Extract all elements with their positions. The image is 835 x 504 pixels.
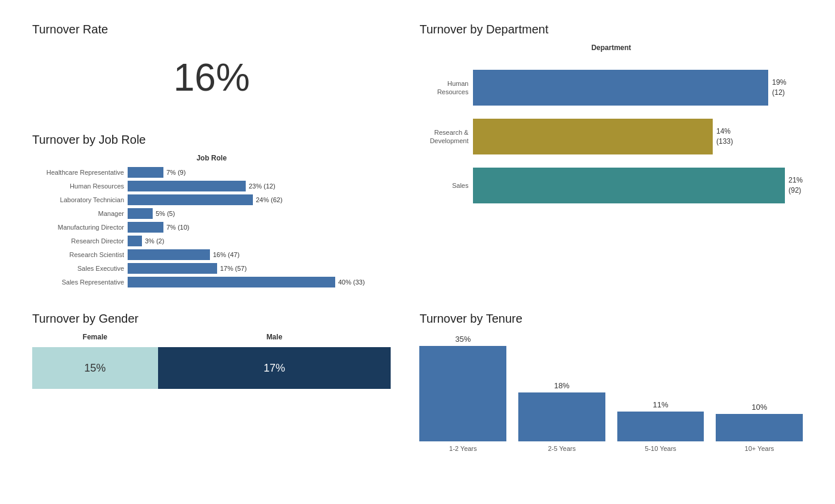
bar-fill xyxy=(128,208,153,219)
bar-fill xyxy=(128,194,253,205)
tenure-bar-pct: 18% xyxy=(554,381,570,390)
bar-fill xyxy=(128,167,163,178)
bar-value-label: 23% (12) xyxy=(249,183,276,190)
bar-container: 24% (62) xyxy=(128,194,391,205)
tenure-bar-xlabel: 10+ Years xyxy=(745,445,774,452)
table-row: Research Scientist16% (47) xyxy=(32,249,391,260)
bar-label: Laboratory Technician xyxy=(32,196,128,203)
dept-bar-value: 19%(12) xyxy=(772,78,786,98)
male-segment: 17% xyxy=(158,347,391,389)
bar-label: Manager xyxy=(32,210,128,217)
tenure-bar-group: 18%2-5 Years xyxy=(518,381,605,452)
bar-container: 16% (47) xyxy=(128,249,391,260)
table-row: HumanResources19%(12) xyxy=(419,70,803,106)
gender-chart: FemaleMale15%17% xyxy=(32,333,391,389)
gender-title: Turnover by Gender xyxy=(32,312,391,326)
male-label: Male xyxy=(158,333,391,341)
table-row: Healthcare Representative7% (9) xyxy=(32,167,391,178)
tenure-bar-pct: 35% xyxy=(455,335,471,344)
bar-label: Sales Executive xyxy=(32,265,128,272)
bar-value-label: 24% (62) xyxy=(256,196,283,203)
table-row: Manufacturing Director7% (10) xyxy=(32,222,391,233)
gender-bar-chart: 15%17% xyxy=(32,347,391,389)
bar-fill xyxy=(128,263,217,274)
dept-bar-label: HumanResources xyxy=(419,79,473,97)
female-label: Female xyxy=(32,333,158,341)
table-row: Sales Executive17% (57) xyxy=(32,263,391,274)
table-row: Manager5% (5) xyxy=(32,208,391,219)
department-panel: Turnover by Department Department HumanR… xyxy=(405,12,817,301)
tenure-bar-fill xyxy=(518,392,605,441)
female-segment: 15% xyxy=(32,347,158,389)
tenure-bar-xlabel: 1-2 Years xyxy=(449,445,477,452)
tenure-bar-pct: 11% xyxy=(653,400,669,409)
dept-bar-value: 21%(92) xyxy=(788,175,803,196)
bar-container: 17% (57) xyxy=(128,263,391,274)
table-row: Sales Representative40% (33) xyxy=(32,277,391,287)
tenure-bar-pct: 10% xyxy=(752,403,767,412)
tenure-bar-group: 11%5-10 Years xyxy=(617,400,704,452)
bar-label: Human Resources xyxy=(32,183,128,190)
bar-fill xyxy=(128,236,142,246)
department-title: Turnover by Department xyxy=(419,23,803,36)
dept-bar-fill xyxy=(473,168,785,203)
dept-bar-container: 14%(133) xyxy=(473,119,803,154)
bar-container: 3% (2) xyxy=(128,236,391,246)
tenure-bar-xlabel: 5-10 Years xyxy=(645,445,676,452)
job-role-subtitle: Job Role xyxy=(32,154,391,162)
bar-container: 5% (5) xyxy=(128,208,391,219)
tenure-bar-fill xyxy=(716,414,803,441)
table-row: Research &Development14%(133) xyxy=(419,119,803,154)
job-role-chart: Healthcare Representative7% (9)Human Res… xyxy=(32,167,391,287)
bar-label: Sales Representative xyxy=(32,279,128,286)
bar-value-label: 3% (2) xyxy=(145,237,164,245)
bar-value-label: 17% (57) xyxy=(220,265,247,272)
bar-fill xyxy=(128,181,246,191)
gender-panel: Turnover by Gender FemaleMale15%17% xyxy=(18,301,405,463)
bar-value-label: 40% (33) xyxy=(338,279,365,286)
department-chart: HumanResources19%(12)Research &Developme… xyxy=(419,70,803,203)
tenure-bar-xlabel: 2-5 Years xyxy=(548,445,576,452)
gender-labels: FemaleMale xyxy=(32,333,391,341)
table-row: Sales21%(92) xyxy=(419,168,803,203)
tenure-bar-fill xyxy=(419,346,506,441)
dept-bar-label: Sales xyxy=(419,181,473,190)
dashboard: Turnover Rate 16% Turnover by Department… xyxy=(18,12,817,463)
bar-container: 23% (12) xyxy=(128,181,391,191)
table-row: Human Resources23% (12) xyxy=(32,181,391,191)
bar-value-label: 7% (9) xyxy=(166,169,185,176)
turnover-rate-panel: Turnover Rate 16% xyxy=(18,12,405,122)
bar-label: Manufacturing Director xyxy=(32,224,128,231)
dept-bar-label: Research &Development xyxy=(419,128,473,146)
tenure-title: Turnover by Tenure xyxy=(419,312,803,326)
bar-fill xyxy=(128,249,210,260)
table-row: Research Director3% (2) xyxy=(32,236,391,246)
bar-container: 40% (33) xyxy=(128,277,391,287)
bar-label: Research Director xyxy=(32,237,128,245)
dept-bar-container: 19%(12) xyxy=(473,70,803,106)
dept-bar-fill xyxy=(473,70,768,106)
job-role-panel: Turnover by Job Role Job Role Healthcare… xyxy=(18,122,405,301)
dept-bar-container: 21%(92) xyxy=(473,168,803,203)
bar-fill xyxy=(128,277,335,287)
turnover-rate-value: 16% xyxy=(32,55,391,100)
bar-value-label: 16% (47) xyxy=(213,251,240,258)
bar-fill xyxy=(128,222,163,233)
turnover-rate-title: Turnover Rate xyxy=(32,23,108,36)
bar-container: 7% (10) xyxy=(128,222,391,233)
table-row: Laboratory Technician24% (62) xyxy=(32,194,391,205)
tenure-bar-group: 10%10+ Years xyxy=(716,403,803,452)
tenure-chart: 35%1-2 Years18%2-5 Years11%5-10 Years10%… xyxy=(419,333,803,452)
bar-label: Research Scientist xyxy=(32,251,128,258)
tenure-bar-group: 35%1-2 Years xyxy=(419,335,506,452)
job-role-title: Turnover by Job Role xyxy=(32,133,391,147)
department-subtitle: Department xyxy=(419,44,803,52)
bar-value-label: 5% (5) xyxy=(156,210,175,217)
tenure-panel: Turnover by Tenure 35%1-2 Years18%2-5 Ye… xyxy=(405,301,817,463)
bar-label: Healthcare Representative xyxy=(32,169,128,176)
dept-bar-fill xyxy=(473,119,713,154)
tenure-bar-fill xyxy=(617,412,704,441)
bar-value-label: 7% (10) xyxy=(166,224,190,231)
dept-bar-value: 14%(133) xyxy=(716,126,733,147)
bar-container: 7% (9) xyxy=(128,167,391,178)
